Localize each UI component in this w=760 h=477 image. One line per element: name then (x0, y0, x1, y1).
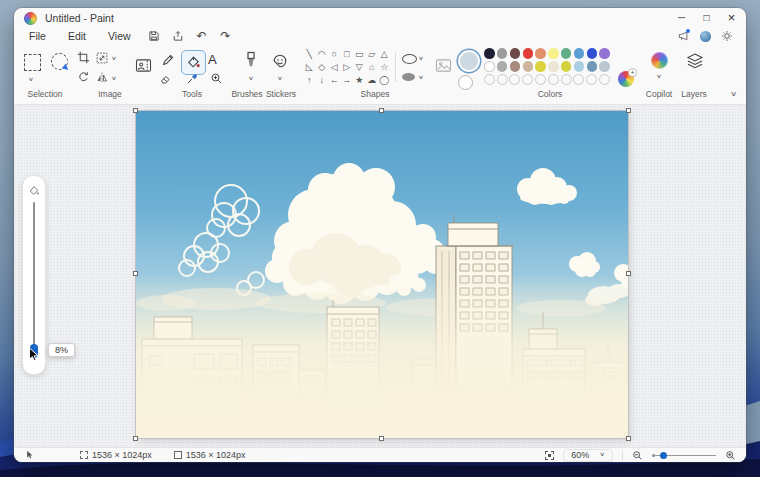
custom-color-slot-7[interactable] (573, 74, 584, 85)
tolerance-slider-track[interactable] (33, 202, 35, 350)
undo-icon[interactable]: ↶ (190, 29, 214, 44)
share-icon[interactable] (166, 29, 190, 44)
maximize-button[interactable]: □ (694, 8, 719, 27)
redo-icon[interactable]: ↷ (214, 29, 238, 44)
palette-color-1[interactable] (497, 48, 508, 59)
palette-color-15[interactable] (548, 61, 559, 72)
ribbon-collapse-chevron-icon[interactable]: ∨ (730, 91, 737, 98)
palette-color-3[interactable] (523, 48, 534, 59)
canvas-handle-e[interactable] (626, 271, 631, 276)
free-form-select-icon[interactable] (51, 53, 68, 70)
shape-option-0[interactable]: ╲ (303, 48, 316, 61)
shape-outline-icon[interactable] (402, 54, 417, 64)
stickers-chevron-icon[interactable]: ∨ (277, 76, 283, 82)
crop-icon[interactable] (77, 51, 90, 64)
copilot-icon[interactable] (651, 52, 668, 69)
zoom-in-icon[interactable] (725, 450, 736, 461)
shape-option-4[interactable]: ▭ (353, 48, 366, 61)
shape-option-18[interactable]: ★ (353, 74, 366, 87)
menu-item-file[interactable]: File (18, 30, 57, 42)
layers-icon[interactable] (686, 52, 704, 70)
palette-color-13[interactable] (523, 61, 534, 72)
foreground-color-swatch[interactable] (458, 50, 480, 72)
custom-color-slot-2[interactable] (509, 74, 520, 85)
remove-background-icon[interactable] (135, 58, 152, 73)
palette-color-10[interactable] (484, 61, 495, 72)
custom-color-slot-3[interactable] (522, 74, 533, 85)
canvas-handle-w[interactable] (133, 271, 138, 276)
shape-option-16[interactable]: ← (328, 74, 341, 87)
resize-icon[interactable] (96, 52, 108, 64)
palette-color-9[interactable] (599, 48, 610, 59)
zoom-to-fit-icon[interactable] (545, 451, 554, 460)
rectangle-select-icon[interactable] (24, 54, 41, 71)
palette-color-16[interactable] (561, 61, 572, 72)
brushes-chevron-icon[interactable]: ∨ (248, 76, 254, 82)
magnifier-tool-icon[interactable] (210, 72, 223, 85)
minimize-button[interactable]: ─ (669, 8, 694, 27)
palette-color-11[interactable] (497, 61, 508, 72)
shape-option-5[interactable]: ▱ (366, 48, 379, 61)
custom-color-slot-9[interactable] (599, 74, 610, 85)
palette-color-7[interactable] (574, 48, 585, 59)
shape-option-17[interactable]: → (341, 74, 354, 87)
rotate-icon[interactable] (77, 71, 90, 84)
custom-color-slot-4[interactable] (535, 74, 546, 85)
canvas-handle-ne[interactable] (626, 108, 631, 113)
shape-option-10[interactable]: ▷ (341, 61, 354, 74)
resize-chevron-icon[interactable]: ∨ (111, 56, 117, 62)
shape-option-2[interactable]: ○ (328, 48, 341, 61)
palette-color-8[interactable] (587, 48, 598, 59)
custom-color-slot-5[interactable] (548, 74, 559, 85)
close-button[interactable]: × (719, 8, 744, 27)
copilot-chevron-icon[interactable]: ∨ (656, 74, 662, 80)
palette-color-14[interactable] (535, 61, 546, 72)
palette-color-2[interactable] (510, 48, 521, 59)
zoom-out-icon[interactable] (632, 450, 643, 461)
drawing-canvas[interactable] (136, 111, 628, 438)
settings-gear-icon[interactable] (716, 29, 738, 44)
menu-item-view[interactable]: View (97, 30, 142, 42)
background-color-swatch[interactable] (458, 75, 473, 90)
shape-option-8[interactable]: ◇ (316, 61, 329, 74)
palette-color-5[interactable] (548, 48, 559, 59)
canvas-handle-nw[interactable] (133, 108, 138, 113)
canvas-handle-s[interactable] (379, 436, 384, 441)
save-icon[interactable] (142, 29, 166, 44)
text-tool-icon[interactable]: A (208, 52, 217, 67)
brush-icon[interactable] (243, 51, 259, 71)
palette-color-19[interactable] (599, 61, 610, 72)
pencil-icon[interactable] (161, 53, 175, 67)
zoom-slider-thumb[interactable] (660, 452, 667, 459)
shape-option-14[interactable]: ↑ (303, 74, 316, 87)
sticker-icon[interactable] (272, 53, 288, 69)
palette-color-4[interactable] (535, 48, 546, 59)
flip-icon[interactable] (96, 72, 108, 84)
canvas-handle-n[interactable] (379, 108, 384, 113)
zoom-level-dropdown[interactable]: 60% ∨ (563, 449, 613, 462)
custom-color-slot-1[interactable] (497, 74, 508, 85)
shape-option-11[interactable]: ▽ (353, 61, 366, 74)
account-globe-icon[interactable] (694, 29, 716, 44)
custom-color-slot-8[interactable] (586, 74, 597, 85)
palette-color-17[interactable] (574, 61, 585, 72)
color-picker-icon[interactable] (186, 72, 199, 85)
shape-option-15[interactable]: ↓ (316, 74, 329, 87)
shape-option-3[interactable]: □ (341, 48, 354, 61)
canvas-handle-sw[interactable] (133, 436, 138, 441)
palette-color-12[interactable] (510, 61, 521, 72)
outline-chevron-icon[interactable]: ∨ (418, 56, 424, 62)
eraser-icon[interactable] (159, 72, 173, 85)
shape-option-20[interactable]: ◯ (378, 74, 391, 87)
shape-option-7[interactable]: ◺ (303, 61, 316, 74)
edit-colors-wheel-icon[interactable] (618, 71, 634, 87)
shape-option-12[interactable]: ⌂ (366, 61, 379, 74)
selection-dropdown-chevron-icon[interactable]: ∨ (28, 77, 34, 83)
palette-color-0[interactable] (484, 48, 495, 59)
shape-option-6[interactable]: △ (378, 48, 391, 61)
feedback-megaphone-icon[interactable] (672, 29, 694, 44)
zoom-slider[interactable] (652, 451, 716, 459)
shape-option-19[interactable]: ☁ (366, 74, 379, 87)
palette-color-18[interactable] (587, 61, 598, 72)
shape-option-13[interactable]: ☆ (378, 61, 391, 74)
